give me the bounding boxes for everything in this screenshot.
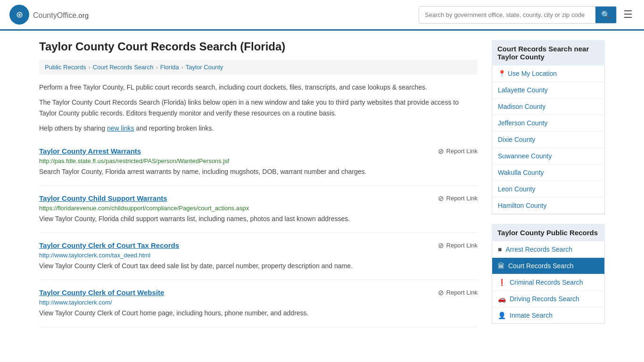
result-url-0: http://pas.fdle.state.fl.us/pas/restrict… (39, 157, 478, 165)
breadcrumb: Public Records › Court Records Search › … (39, 60, 478, 74)
description-1: Perform a free Taylor County, FL public … (39, 82, 478, 92)
nearby-county-6[interactable]: Leon County (492, 181, 604, 197)
result-desc-1: View Taylor County, Florida child suppor… (39, 214, 478, 224)
result-header-2: Taylor County Clerk of Court Tax Records… (39, 241, 478, 250)
results-list: Taylor County Arrest Warrants ⊘ Report L… (39, 139, 478, 327)
result-url-link-1[interactable]: https://floridarevenue.com/childsupport/… (39, 205, 249, 212)
search-box: 🔍 (419, 6, 617, 24)
nearby-section: Court Records Search near Taylor County … (492, 40, 605, 214)
report-link-0[interactable]: ⊘ Report Link (438, 147, 478, 156)
new-links-link[interactable]: new links (107, 124, 134, 132)
result-title-0[interactable]: Taylor County Arrest Warrants (39, 147, 141, 155)
report-link-2[interactable]: ⊘ Report Link (438, 241, 478, 250)
pr-icon-4: 👤 (498, 312, 506, 319)
pr-icon-1: 🏛 (498, 262, 504, 270)
result-title-3[interactable]: Taylor County Clerk of Court Website (39, 288, 164, 296)
result-header-0: Taylor County Arrest Warrants ⊘ Report L… (39, 147, 478, 156)
result-header-3: Taylor County Clerk of Court Website ⊘ R… (39, 288, 478, 297)
pr-icon-2: ❗ (498, 279, 506, 286)
pr-label-3: Driving Records Search (510, 295, 579, 303)
result-title-1[interactable]: Taylor County Child Support Warrants (39, 194, 167, 202)
report-label: Report Link (446, 242, 478, 249)
result-item: Taylor County Child Support Warrants ⊘ R… (39, 186, 478, 233)
content-area: Taylor County Court Records Search (Flor… (39, 40, 478, 333)
public-records-item: 🏛Court Records Search (492, 258, 604, 274)
result-url-1: https://floridarevenue.com/childsupport/… (39, 205, 478, 212)
pr-label-2: Criminal Records Search (510, 279, 583, 286)
result-header-1: Taylor County Child Support Warrants ⊘ R… (39, 194, 478, 203)
pr-icon-3: 🚗 (498, 295, 506, 303)
public-records-section: Taylor County Public Records ■Arrest Rec… (492, 224, 605, 324)
nearby-header: Court Records Search near Taylor County (492, 40, 605, 66)
result-url-link-3[interactable]: http://www.taylorclerk.com/ (39, 299, 112, 306)
result-url-2: http://www.taylorclerk.com/tax_deed.html (39, 252, 478, 259)
description-2: The Taylor County Court Records Search (… (39, 97, 478, 118)
breadcrumb-public-records[interactable]: Public Records (45, 64, 86, 71)
result-url-link-0[interactable]: http://pas.fdle.state.fl.us/pas/restrict… (39, 157, 229, 165)
page-title: Taylor County Court Records Search (Flor… (39, 40, 478, 53)
logo-icon: ⊛ (9, 5, 29, 25)
report-icon: ⊘ (438, 288, 444, 297)
pr-link-1[interactable]: 🏛Court Records Search (492, 258, 604, 274)
menu-button[interactable]: ☰ (621, 7, 635, 23)
breadcrumb-florida[interactable]: Florida (160, 64, 179, 71)
result-item: Taylor County Clerk of Court Tax Records… (39, 233, 478, 280)
result-desc-2: View Taylor County Clerk of Court tax de… (39, 261, 478, 271)
report-icon: ⊘ (438, 194, 444, 203)
pr-link-3[interactable]: 🚗Driving Records Search (492, 291, 604, 307)
nearby-county-4[interactable]: Suwannee County (492, 148, 604, 165)
search-input[interactable] (419, 8, 595, 22)
main-container: Taylor County Court Records Search (Flor… (30, 31, 614, 343)
nearby-counties: Lafayette CountyMadison CountyJefferson … (492, 82, 604, 214)
report-link-3[interactable]: ⊘ Report Link (438, 288, 478, 297)
site-header: ⊛ CountyOffice.org 🔍 ☰ (0, 0, 644, 31)
nearby-county-1[interactable]: Madison County (492, 99, 604, 115)
public-records-item: ❗Criminal Records Search (492, 274, 604, 291)
public-records-item: 👤Inmate Search (492, 307, 604, 323)
search-button[interactable]: 🔍 (595, 7, 616, 23)
pr-link-0[interactable]: ■Arrest Records Search (492, 241, 604, 257)
report-link-1[interactable]: ⊘ Report Link (438, 194, 478, 203)
sidebar: Court Records Search near Taylor County … (492, 40, 605, 333)
report-label: Report Link (446, 148, 478, 155)
report-label: Report Link (446, 289, 478, 296)
result-desc-3: View Taylor County Clerk of Court home p… (39, 308, 478, 318)
result-item: Taylor County Arrest Warrants ⊘ Report L… (39, 139, 478, 186)
result-url-link-2[interactable]: http://www.taylorclerk.com/tax_deed.html (39, 252, 150, 259)
nearby-list: 📍 Use My Location Lafayette CountyMadiso… (492, 66, 605, 214)
pr-label-1: Court Records Search (508, 262, 574, 270)
result-item: Taylor County Clerk of Court Website ⊘ R… (39, 280, 478, 327)
description-3: Help others by sharing new links and rep… (39, 123, 478, 133)
pr-label-4: Inmate Search (510, 312, 553, 319)
public-records-list: ■Arrest Records Search🏛Court Records Sea… (492, 241, 605, 324)
logo-area: ⊛ CountyOffice.org (9, 5, 89, 25)
result-url-3: http://www.taylorclerk.com/ (39, 299, 478, 306)
public-records-item: 🚗Driving Records Search (492, 291, 604, 307)
pr-link-2[interactable]: ❗Criminal Records Search (492, 274, 604, 290)
nearby-county-3[interactable]: Dixie County (492, 132, 604, 148)
report-label: Report Link (446, 195, 478, 202)
report-icon: ⊘ (438, 241, 444, 250)
use-location-link[interactable]: 📍 Use My Location (492, 66, 604, 82)
logo-text: CountyOffice.org (33, 9, 89, 20)
report-icon: ⊘ (438, 147, 444, 156)
breadcrumb-court-records[interactable]: Court Records Search (93, 64, 154, 71)
nearby-county-0[interactable]: Lafayette County (492, 82, 604, 99)
pr-label-0: Arrest Records Search (505, 246, 572, 253)
public-records-item: ■Arrest Records Search (492, 241, 604, 258)
pr-icon-0: ■ (498, 246, 502, 253)
nearby-county-5[interactable]: Wakulla County (492, 165, 604, 181)
breadcrumb-taylor-county[interactable]: Taylor County (186, 64, 223, 71)
header-right: 🔍 ☰ (419, 6, 635, 24)
pr-link-4[interactable]: 👤Inmate Search (492, 307, 604, 323)
result-desc-0: Search Taylor County, Florida arrest war… (39, 167, 478, 177)
nearby-county-2[interactable]: Jefferson County (492, 115, 604, 132)
nearby-county-7[interactable]: Hamilton County (492, 197, 604, 214)
location-icon: 📍 (498, 70, 506, 77)
public-records-header: Taylor County Public Records (492, 224, 605, 241)
result-title-2[interactable]: Taylor County Clerk of Court Tax Records (39, 241, 179, 249)
